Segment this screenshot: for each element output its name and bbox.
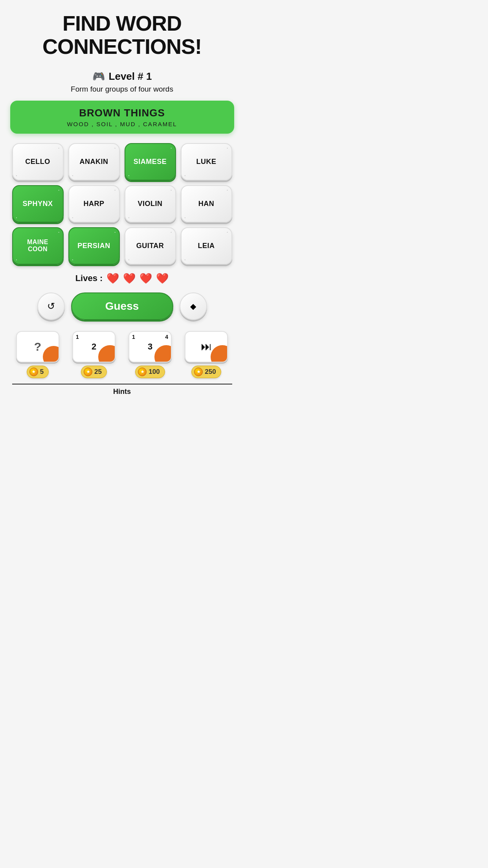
level-icon: 🎮 (92, 70, 105, 83)
word-tile-sphynx[interactable]: SPHYNX (12, 185, 64, 223)
hint-cost-label-1: 5 (40, 368, 44, 376)
word-tile-harp[interactable]: HARP (68, 185, 120, 223)
heart-3: ❤️ (139, 272, 152, 285)
hints-grid: ? ★ 5 1 2 ★ 25 1 4 (12, 331, 232, 378)
word-tile-luke[interactable]: LUKE (181, 143, 232, 180)
shuffle-icon: ↺ (47, 301, 55, 312)
num-main-3: 3 (148, 342, 152, 352)
num-corner-top-right: 4 (165, 334, 168, 340)
title-line1: FIND WORD (62, 11, 182, 35)
hints-label-row: Hints (12, 384, 232, 400)
action-row: ↺ Guess ◆ (37, 292, 207, 320)
word-tile-han[interactable]: HAN (181, 185, 232, 223)
guess-label: Guess (105, 300, 139, 313)
hint-card-play[interactable]: ⏭ (185, 331, 228, 362)
hint-item-3[interactable]: 1 4 3 2 ★ 100 (125, 331, 176, 378)
hint-item-1[interactable]: ? ★ 5 (12, 331, 64, 378)
erase-icon: ◆ (190, 302, 196, 311)
word-grid: CELLO ANAKIN SIAMESE LUKE SPHYNX HARP VI… (8, 143, 236, 265)
hint-orange4-decoration (211, 345, 228, 362)
word-tile-guitar[interactable]: GUITAR (125, 227, 176, 265)
hint-orange2-decoration (98, 345, 116, 362)
title-line2: CONNECTIONS! (42, 35, 202, 58)
play-icon: ⏭ (201, 340, 212, 353)
hint-cost-4: ★ 250 (191, 366, 221, 378)
hint-card-12[interactable]: 1 2 (72, 331, 116, 362)
banner-words: WOOD , SOIL , MUD , CARAMEL (20, 121, 225, 127)
word-tile-leia[interactable]: LEIA (181, 227, 232, 265)
main-title: FIND WORD CONNECTIONS! (42, 12, 202, 59)
hint-cost-label-2: 25 (94, 368, 102, 376)
hints-label: Hints (113, 388, 131, 395)
heart-2: ❤️ (123, 272, 136, 285)
num-corner-top-left: 1 (132, 334, 135, 340)
lives-label: Lives : (75, 273, 103, 283)
hint-orange-decoration (43, 346, 59, 362)
word-tile-cello[interactable]: CELLO (12, 143, 64, 180)
hint-card-123[interactable]: 1 4 3 2 (128, 331, 172, 362)
word-tile-violin[interactable]: VIOLIN (125, 185, 176, 223)
hint-cost-1: ★ 5 (27, 366, 49, 378)
hint-cost-3: ★ 100 (135, 366, 165, 378)
hint-cost-label-3: 100 (149, 368, 160, 376)
lives-row: Lives : ❤️ ❤️ ❤️ ❤️ (75, 272, 169, 285)
coin-icon-2: ★ (84, 368, 92, 376)
coin-icon-3: ★ (138, 368, 147, 376)
hint-card-question[interactable]: ? (16, 331, 59, 362)
level-text: Level # 1 (109, 70, 152, 83)
green-banner: BROWN THINGS WOOD , SOIL , MUD , CARAMEL (10, 101, 234, 134)
hint-item-4[interactable]: ⏭ ★ 250 (181, 331, 232, 378)
level-row: 🎮 Level # 1 (92, 70, 152, 83)
heart-4: ❤️ (156, 272, 169, 285)
num-corner-1: 1 (76, 334, 79, 340)
word-tile-anakin[interactable]: ANAKIN (68, 143, 120, 180)
hint-cost-label-4: 250 (205, 368, 216, 376)
hint-orange3-decoration (154, 345, 172, 362)
word-tile-maine-coon[interactable]: MAINECOON (12, 227, 64, 265)
question-mark-icon: ? (34, 340, 41, 353)
heart-1: ❤️ (106, 272, 119, 285)
word-tile-siamese[interactable]: SIAMESE (125, 143, 176, 180)
banner-title: BROWN THINGS (20, 107, 225, 119)
title-section: FIND WORD CONNECTIONS! (35, 0, 209, 63)
erase-button[interactable]: ◆ (180, 292, 207, 320)
coin-icon-4: ★ (194, 368, 203, 376)
shuffle-button[interactable]: ↺ (37, 292, 65, 320)
hint-item-2[interactable]: 1 2 ★ 25 (68, 331, 120, 378)
guess-button[interactable]: Guess (71, 292, 173, 320)
coin-icon-1: ★ (29, 368, 38, 376)
num-main-2: 2 (92, 342, 96, 352)
hint-cost-2: ★ 25 (81, 366, 107, 378)
subtitle: Form four groups of four words (71, 85, 173, 94)
word-tile-persian[interactable]: PERSIAN (68, 227, 120, 265)
hints-section: ? ★ 5 1 2 ★ 25 1 4 (8, 331, 236, 400)
